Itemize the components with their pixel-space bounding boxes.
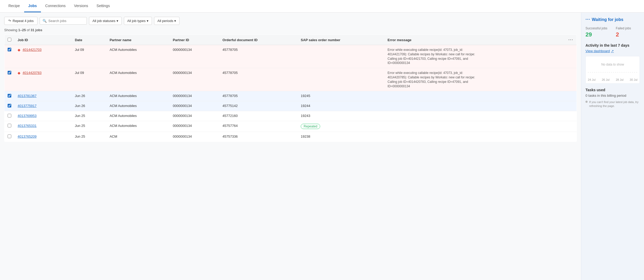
job-type-label: All job types bbox=[127, 19, 146, 23]
cell-date: Jun 25 bbox=[72, 111, 106, 121]
job-id-link[interactable]: 4013781367 bbox=[18, 94, 36, 98]
tasks-count: 0 tasks in this billing period bbox=[585, 94, 640, 98]
main-layout: ↷ Repeat 4 jobs 🔍 All job statuses ▾ All… bbox=[0, 13, 644, 280]
job-id-link[interactable]: 4013765209 bbox=[18, 134, 36, 138]
row-checkbox[interactable] bbox=[8, 134, 11, 138]
view-dashboard-link[interactable]: View dashboard ↗ bbox=[585, 49, 640, 53]
successful-jobs-label: Successful jobs bbox=[585, 26, 607, 30]
nav-recipe[interactable]: Recipe bbox=[4, 0, 24, 12]
table-row: 4013765331Jun 25ACM Automobiles000000013… bbox=[4, 121, 577, 132]
row-checkbox[interactable] bbox=[8, 124, 11, 127]
cell-error-message bbox=[384, 111, 565, 121]
right-panel: ··· Waiting for jobs Successful jobs 29 … bbox=[581, 13, 644, 280]
chart-label-3: 30 Jul bbox=[630, 78, 637, 81]
table-row: 4013765209Jun 25ACM000000013445757336192… bbox=[4, 132, 577, 142]
cell-error-message bbox=[384, 91, 565, 101]
col-header-sap: SAP sales order number bbox=[298, 35, 384, 45]
cell-error-message: Error while executing callable recipe(id… bbox=[384, 45, 565, 68]
waiting-title: Waiting for jobs bbox=[592, 17, 623, 22]
cell-error-message bbox=[384, 132, 565, 142]
repeated-badge: Repeated bbox=[301, 124, 320, 129]
period-filter[interactable]: All periods ▾ bbox=[154, 17, 180, 25]
job-id-link[interactable]: 4013775917 bbox=[18, 104, 36, 108]
cell-partner-id: 0000000134 bbox=[170, 111, 219, 121]
waiting-dots-icon: ··· bbox=[585, 17, 590, 22]
select-all-checkbox[interactable] bbox=[8, 38, 11, 41]
cell-orderful-doc-id: 45778705 bbox=[219, 91, 298, 101]
cell-partner-id: 0000000134 bbox=[170, 45, 219, 68]
repeat-jobs-label: Repeat 4 jobs bbox=[13, 19, 34, 23]
cell-orderful-doc-id: 45778705 bbox=[219, 68, 298, 91]
nav-settings[interactable]: Settings bbox=[92, 0, 114, 12]
cell-partner-name: ACM Automobiles bbox=[107, 68, 170, 91]
cell-partner-name: ACM bbox=[107, 132, 170, 142]
cell-sap-order: 19238 bbox=[298, 132, 384, 142]
cell-orderful-doc-id: 45775142 bbox=[219, 101, 298, 111]
col-header-partnerid: Partner ID bbox=[170, 35, 219, 45]
col-header-date: Date bbox=[72, 35, 106, 45]
waiting-header: ··· Waiting for jobs bbox=[585, 17, 640, 22]
col-header-error: Error message bbox=[384, 35, 565, 45]
cell-error-message: Error while executing callable recipe(id… bbox=[384, 68, 565, 91]
repeat-icon: ↷ bbox=[8, 19, 11, 23]
repeat-jobs-button[interactable]: ↷ Repeat 4 jobs bbox=[4, 17, 38, 25]
cell-partner-name: ACM Automobiles bbox=[107, 91, 170, 101]
job-id-link[interactable]: 4014421703 bbox=[23, 48, 41, 52]
cell-date: Jul 09 bbox=[72, 68, 106, 91]
chart-label-0: 24 Jul bbox=[588, 78, 595, 81]
chart-baseline bbox=[588, 68, 637, 76]
cell-partner-name: ACM Automobiles bbox=[107, 121, 170, 132]
cell-date: Jun 25 bbox=[72, 121, 106, 132]
job-id-link[interactable]: 4013769953 bbox=[18, 114, 36, 118]
no-data-text: No data to show bbox=[588, 58, 637, 68]
search-input[interactable] bbox=[48, 19, 84, 23]
cell-partner-id: 0000000134 bbox=[170, 101, 219, 111]
row-checkbox[interactable] bbox=[8, 48, 11, 51]
tasks-title: Tasks used bbox=[585, 88, 640, 92]
error-icon: ◆ bbox=[18, 48, 20, 52]
cell-date: Jul 09 bbox=[72, 45, 106, 68]
table-row: 4013769953Jun 25ACM Automobiles000000013… bbox=[4, 111, 577, 121]
table-row: ◆4014420783Jul 09ACM Automobiles00000001… bbox=[4, 68, 577, 91]
cell-orderful-doc-id: 45778705 bbox=[219, 45, 298, 68]
period-label: All periods bbox=[157, 19, 173, 23]
cell-partner-id: 0000000134 bbox=[170, 91, 219, 101]
cell-orderful-doc-id: 45772160 bbox=[219, 111, 298, 121]
left-panel: ↷ Repeat 4 jobs 🔍 All job statuses ▾ All… bbox=[0, 13, 581, 280]
error-icon: ◆ bbox=[18, 71, 20, 75]
cell-jobid: 4013781367 bbox=[14, 91, 72, 101]
external-link-icon: ↗ bbox=[611, 49, 614, 53]
row-checkbox[interactable] bbox=[8, 114, 11, 117]
row-checkbox[interactable] bbox=[8, 94, 11, 98]
row-checkbox[interactable] bbox=[8, 71, 11, 74]
info-dot-icon bbox=[585, 101, 588, 103]
col-header-partner: Partner name bbox=[107, 35, 170, 45]
cell-jobid: 4013769953 bbox=[14, 111, 72, 121]
job-id-link[interactable]: 4013765331 bbox=[18, 124, 36, 128]
cell-partner-id: 0000000134 bbox=[170, 132, 219, 142]
failed-jobs-value: 2 bbox=[616, 31, 631, 38]
top-nav: Recipe Jobs Connections Versions Setting… bbox=[0, 0, 644, 13]
nav-jobs[interactable]: Jobs bbox=[24, 0, 41, 12]
table-header-row: Job ID Date Partner name Partner ID Orde… bbox=[4, 35, 577, 45]
nav-versions[interactable]: Versions bbox=[70, 0, 92, 12]
cell-jobid: 4013775917 bbox=[14, 101, 72, 111]
showing-count: Showing 1–25 of 31 jobs bbox=[4, 28, 577, 32]
stats-row: Successful jobs 29 Failed jobs 2 bbox=[585, 26, 640, 38]
job-status-filter[interactable]: All job statuses ▾ bbox=[89, 17, 122, 25]
chevron-down-icon: ▾ bbox=[147, 19, 149, 23]
table-more-options[interactable]: ··· bbox=[568, 37, 573, 42]
row-checkbox[interactable] bbox=[8, 104, 11, 107]
jobs-table: Job ID Date Partner name Partner ID Orde… bbox=[4, 35, 577, 142]
nav-connections[interactable]: Connections bbox=[41, 0, 70, 12]
job-type-filter[interactable]: All job types ▾ bbox=[124, 17, 152, 25]
toolbar: ↷ Repeat 4 jobs 🔍 All job statuses ▾ All… bbox=[4, 17, 577, 25]
job-id-link[interactable]: 4014420783 bbox=[23, 71, 41, 75]
chart-label-2: 28 Jul bbox=[616, 78, 623, 81]
chevron-down-icon: ▾ bbox=[174, 19, 176, 23]
cell-sap-order: 19243 bbox=[298, 111, 384, 121]
search-box: 🔍 bbox=[40, 17, 87, 25]
cell-partner-id: 0000000134 bbox=[170, 121, 219, 132]
search-icon: 🔍 bbox=[43, 19, 47, 23]
cell-partner-name: ACM Automobiles bbox=[107, 45, 170, 68]
